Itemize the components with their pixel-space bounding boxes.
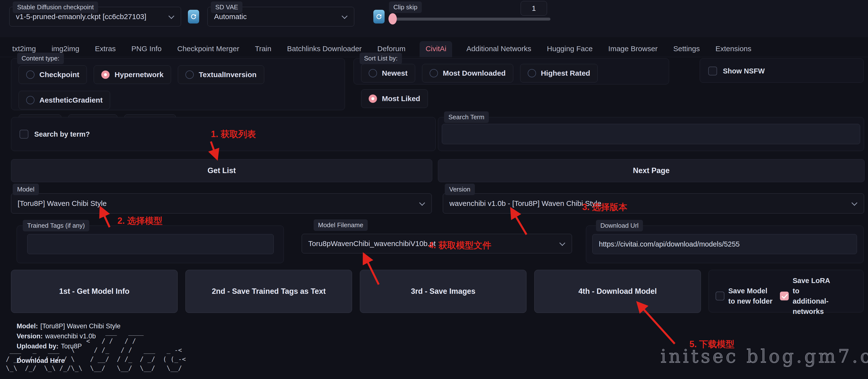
search-term-panel: Search Term: [438, 117, 864, 151]
tab-image-browser[interactable]: Image Browser: [607, 41, 659, 57]
vae-label: SD VAE: [211, 1, 243, 13]
radio-circle-selected: [101, 70, 110, 79]
clip-skip-slider-track[interactable]: [389, 18, 551, 21]
annotation-step3: 3. 选择版本: [582, 201, 627, 213]
ascii-watermark: ___ ____ < / / / / ___ _ ___ '\ / /_ / /…: [2, 328, 186, 373]
radio-label: Most Downloaded: [443, 69, 506, 77]
tab-png-info[interactable]: PNG Info: [130, 41, 163, 57]
vae-value: Automatic: [208, 12, 247, 21]
tab-additional-networks[interactable]: Additional Networks: [465, 41, 533, 57]
download-url-panel: Download Url https://civitai.com/api/dow…: [586, 226, 864, 263]
tab-civitai[interactable]: CivitAi: [420, 41, 452, 57]
tab-extras[interactable]: Extras: [93, 41, 117, 57]
refresh-icon: [190, 13, 197, 20]
quick-settings-bar: Stable Diffusion checkpoint v1-5-pruned-…: [0, 0, 868, 37]
trained-tags-label: Trained Tags (if any): [23, 220, 89, 231]
download-model-button[interactable]: 4th - Download Model: [534, 270, 701, 313]
radio-circle: [26, 96, 34, 104]
get-list-button[interactable]: Get List: [11, 159, 432, 182]
model-dropdown[interactable]: [Toru8P] Waven Chibi Style: [11, 194, 432, 213]
model-filename-value: Toru8pWavenChibi_wavenchibiV10b.pt: [302, 239, 436, 248]
chevron-down-icon: [168, 13, 174, 19]
radio-highest-rated[interactable]: Highest Rated: [520, 64, 598, 83]
tab-extensions[interactable]: Extensions: [714, 41, 753, 57]
content-type-fieldset: Content type: Checkpoint Hypernetwork Te…: [11, 58, 345, 110]
radio-hypernetwork[interactable]: Hypernetwork: [94, 65, 171, 84]
save-images-button[interactable]: 3rd - Save Images: [360, 270, 526, 313]
clip-skip-slider-handle[interactable]: [389, 13, 397, 25]
tab-hugging-face[interactable]: Hugging Face: [546, 41, 594, 57]
tab-batchlinks-downloader[interactable]: Batchlinks Downloader: [285, 41, 363, 57]
radio-circle: [185, 70, 194, 79]
sort-row: Newest Most Downloaded Highest Rated Mos…: [354, 59, 669, 108]
annotation-step4: 4. 获取模型文件: [429, 239, 491, 252]
save-lora-option[interactable]: Save LoRA to additional-networks: [780, 275, 834, 317]
save-trained-tags-button[interactable]: 2nd - Save Trained Tags as Text: [185, 270, 352, 313]
radio-label: Highest Rated: [541, 69, 590, 77]
tab-settings[interactable]: Settings: [672, 41, 701, 57]
radio-circle-selected: [369, 94, 377, 103]
radio-label: Most Liked: [382, 94, 420, 103]
search-term-input[interactable]: [442, 124, 860, 144]
annotation-step2: 2. 选择模型: [118, 215, 162, 227]
search-by-term-label: Search by term?: [34, 129, 90, 139]
save-model-label: Save Model to new folder: [728, 286, 774, 306]
refresh-vae-button[interactable]: [373, 10, 384, 24]
sort-legend: Sort List by:: [360, 53, 402, 64]
tab-train[interactable]: Train: [253, 41, 273, 57]
checkpoint-value: v1-5-pruned-emaonly.ckpt [cc6cb27103]: [9, 12, 146, 21]
model-label: Model: [13, 184, 39, 195]
clip-skip-label: Clip skip: [389, 1, 422, 13]
model-value: [Toru8P] Waven Chibi Style: [11, 199, 107, 208]
radio-circle: [26, 70, 34, 79]
download-url-input[interactable]: https://civitai.com/api/download/models/…: [592, 234, 857, 254]
radio-circle: [528, 69, 536, 77]
trained-tags-panel: Trained Tags (if any): [17, 226, 284, 263]
radio-checkpoint[interactable]: Checkpoint: [19, 65, 87, 84]
nsfw-panel: Show NSFW: [700, 58, 864, 83]
radio-label: Hypernetwork: [115, 70, 163, 79]
refresh-checkpoint-button[interactable]: [188, 10, 199, 24]
radio-newest[interactable]: Newest: [361, 64, 415, 83]
save-lora-checkbox[interactable]: [780, 292, 789, 300]
chevron-down-icon: [559, 240, 565, 246]
sort-fieldset: Sort List by: Newest Most Downloaded Hig…: [353, 58, 669, 85]
chevron-down-icon: [851, 200, 857, 206]
search-term-label: Search Term: [444, 111, 489, 123]
save-model-checkbox[interactable]: [716, 292, 724, 300]
next-page-button[interactable]: Next Page: [438, 159, 865, 182]
chevron-down-icon: [419, 200, 425, 206]
download-url-label: Download Url: [596, 220, 643, 231]
show-nsfw-label: Show NSFW: [723, 66, 765, 76]
radio-most-downloaded[interactable]: Most Downloaded: [422, 64, 513, 83]
save-lora-label: Save LoRA to additional-networks: [793, 275, 834, 317]
radio-circle: [430, 69, 438, 77]
search-by-term-checkbox[interactable]: [20, 130, 28, 139]
save-options-panel: Save Model to new folder Save LoRA to ad…: [709, 270, 864, 313]
radio-label: TextualInversion: [199, 70, 256, 79]
radio-aestheticgradient[interactable]: AestheticGradient: [19, 91, 110, 110]
content-type-legend: Content type:: [17, 53, 64, 64]
save-model-option[interactable]: Save Model to new folder: [716, 275, 774, 317]
radio-circle: [369, 69, 377, 77]
radio-textualinversion[interactable]: TextualInversion: [178, 65, 264, 84]
trained-tags-input[interactable]: [27, 234, 274, 254]
checkpoint-label: Stable Diffusion checkpoint: [13, 1, 98, 13]
annotation-step5: 5. 下载模型: [689, 338, 735, 350]
get-model-info-button[interactable]: 1st - Get Model Info: [11, 270, 178, 313]
clip-skip-value[interactable]: 1: [521, 1, 547, 16]
radio-most-liked[interactable]: Most Liked: [361, 89, 428, 108]
refresh-icon: [375, 13, 383, 20]
chevron-down-icon: [342, 13, 347, 19]
version-dropdown[interactable]: wavenchibi v1.0b - [Toru8P] Waven Chibi …: [443, 194, 864, 213]
show-nsfw-checkbox[interactable]: [708, 66, 717, 76]
annotation-step1: 1. 获取列表: [211, 128, 256, 140]
radio-label: Newest: [382, 69, 408, 77]
model-filename-label: Model Filename: [314, 220, 368, 231]
radio-label: AestheticGradient: [39, 96, 102, 104]
content-type-row-1: Checkpoint Hypernetwork TextualInversion…: [11, 59, 345, 110]
tab-checkpoint-merger[interactable]: Checkpoint Merger: [176, 41, 241, 57]
version-value: wavenchibi v1.0b - [Toru8P] Waven Chibi …: [443, 199, 601, 208]
app-screen: Stable Diffusion checkpoint v1-5-pruned-…: [0, 0, 868, 379]
version-label: Version: [445, 184, 475, 195]
